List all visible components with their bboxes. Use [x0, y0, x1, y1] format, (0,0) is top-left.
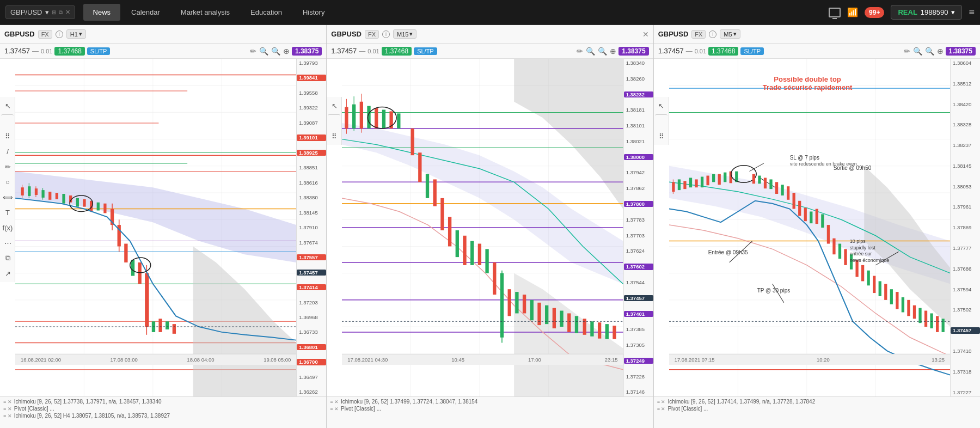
tool-dots[interactable]: ⠿ — [328, 130, 341, 143]
chart3-info-icon[interactable]: i — [709, 30, 716, 38]
time-label: 17:00 — [528, 357, 541, 363]
nav-icon-2: ⧉ — [59, 9, 63, 16]
tool-circle[interactable]: ○ — [1, 175, 14, 188]
price-tick: 1.38145 — [297, 210, 326, 216]
nav-item-news[interactable]: News — [83, 4, 121, 21]
svg-rect-41 — [62, 194, 65, 204]
tool-pencil[interactable]: ✏ — [1, 160, 14, 173]
price-tick: 1.39558 — [297, 90, 326, 96]
tool-more[interactable]: ⋯ — [1, 236, 14, 249]
svg-rect-127 — [567, 313, 571, 332]
tool-text[interactable]: T — [1, 206, 14, 219]
svg-rect-175 — [764, 178, 767, 188]
tool-fx[interactable]: f(x) — [1, 221, 14, 234]
nav-item-market-analysis[interactable]: Market analysis — [171, 4, 240, 21]
account-display[interactable]: REAL 1988590 ▾ — [891, 5, 962, 20]
account-chevron: ▾ — [951, 8, 955, 16]
hamburger-menu[interactable]: ≡ — [969, 7, 975, 18]
draw-icon[interactable]: ✏ — [577, 47, 583, 56]
tool-dots[interactable]: ⠿ — [1, 130, 14, 143]
svg-rect-109 — [441, 198, 444, 230]
crosshair-icon[interactable]: ⊕ — [937, 47, 944, 56]
svg-rect-114 — [478, 244, 481, 265]
svg-rect-157 — [672, 182, 675, 192]
price-tick: 1.37203 — [297, 299, 326, 305]
minus-icon: — — [686, 47, 693, 55]
legend-text-1: Ichimoku [9, 26, 52] 1.37414, 1.37499, n… — [667, 399, 815, 405]
zoom-in-icon[interactable]: 🔍 — [271, 47, 280, 56]
chart1-body: ↖ ⠿ / ✏ ○ ⟺ T f(x) ⋯ ⧉ ↗ — [0, 59, 326, 396]
chart2-svg — [342, 59, 623, 396]
crosshair-icon[interactable]: ⊕ — [610, 47, 616, 56]
zoom-out-icon[interactable]: 🔍 — [259, 47, 268, 56]
chart2-sltp[interactable]: SL/TP — [414, 47, 437, 55]
chart1-timeframe[interactable]: H1 ▾ — [66, 29, 86, 39]
svg-rect-193 — [867, 271, 869, 286]
svg-rect-196 — [884, 284, 887, 300]
svg-rect-204 — [930, 313, 933, 328]
legend-text-2: Pivot [Classic] ... — [14, 406, 54, 412]
close-icon[interactable]: ✕ — [65, 9, 70, 16]
notification-button[interactable]: 99+ — [865, 7, 884, 18]
chart2-info-icon[interactable]: i — [382, 30, 390, 38]
zoom-out-icon[interactable]: 🔍 — [913, 47, 922, 56]
legend-row-2: ≡ ✕ Pivot [Classic] ... — [657, 406, 977, 412]
tool-separator — [1, 114, 14, 127]
legend-row-1: ≡ ✕ Ichimoku [9, 26, 52] 1.37499, 1.3772… — [330, 399, 650, 405]
time-label: 10:45 — [451, 357, 464, 363]
svg-rect-44 — [83, 199, 85, 207]
price-tick-red: 1.38925 — [297, 150, 326, 156]
chart2-close[interactable]: ✕ — [642, 30, 649, 39]
nav-items: News Calendar Market analysis Education … — [83, 4, 829, 21]
draw-icon[interactable]: ✏ — [904, 47, 910, 56]
svg-rect-198 — [896, 292, 898, 309]
zoom-in-icon[interactable]: 🔍 — [598, 47, 607, 56]
chart-header-2: GBPUSD FX i M15 ▾ ✕ — [327, 25, 653, 44]
chart3-symbol: GBPUSD — [658, 30, 689, 38]
chart2-price-scale: 1.38340 1.38260 1.38232 1.38181 1.38101 … — [623, 59, 653, 396]
tool-cursor[interactable]: ↖ — [655, 99, 668, 112]
nav-item-education[interactable]: Education — [241, 4, 292, 21]
chart2-timeframe[interactable]: M15 ▾ — [393, 29, 416, 39]
crosshair-icon[interactable]: ⊕ — [283, 47, 290, 56]
nav-item-calendar[interactable]: Calendar — [121, 4, 170, 21]
zoom-in-icon[interactable]: 🔍 — [925, 47, 934, 56]
nav-item-history[interactable]: History — [293, 4, 334, 21]
nav-right: 📶 99+ REAL 1988590 ▾ ≡ — [829, 5, 975, 20]
price-tick: 1.39087 — [297, 120, 326, 126]
chevron-down-icon: ▾ — [45, 8, 49, 16]
tool-line[interactable]: / — [1, 145, 14, 158]
chart-header-1: GBPUSD FX i H1 ▾ — [0, 25, 326, 44]
tool-layers[interactable]: ⧉ — [1, 252, 14, 265]
svg-rect-205 — [936, 316, 939, 332]
svg-rect-165 — [712, 174, 715, 182]
price-tick-red: 1.36700 — [297, 359, 326, 365]
svg-rect-35 — [35, 188, 38, 195]
zoom-out-icon[interactable]: 🔍 — [586, 47, 595, 56]
svg-rect-187 — [832, 239, 835, 255]
draw-icon[interactable]: ✏ — [250, 47, 256, 56]
tool-dots[interactable]: ⠿ — [655, 130, 668, 143]
tool-measure[interactable]: ⟺ — [1, 191, 14, 204]
price-tick-red: 1.37557 — [297, 254, 326, 260]
legend-text-1: Ichimoku [9, 26, 52] 1.37499, 1.37724, 1… — [341, 399, 477, 405]
tool-cursor[interactable]: ↖ — [1, 99, 14, 112]
svg-rect-179 — [787, 186, 789, 200]
monitor-icon[interactable] — [829, 8, 841, 17]
chart1-info-icon[interactable]: i — [56, 30, 63, 38]
tool-share[interactable]: ↗ — [1, 267, 14, 280]
chart3-timeframe[interactable]: M5 ▾ — [720, 29, 740, 39]
time-label: 10:20 — [817, 357, 830, 363]
chart1-sltp[interactable]: SL/TP — [87, 47, 111, 55]
chart3-sltp[interactable]: SL/TP — [740, 47, 764, 55]
minus-icon: — — [32, 47, 39, 55]
chart1-time-axis: 16.08.2021 02:00 17.08 03:00 18.08 04:00… — [15, 354, 296, 365]
svg-rect-203 — [924, 311, 927, 327]
chart2-canvas — [342, 59, 623, 396]
svg-rect-132 — [605, 324, 609, 339]
pair-selector[interactable]: GBP/USD ▾ ⊞ ⧉ ✕ — [5, 5, 75, 19]
svg-rect-182 — [804, 208, 806, 222]
tool-cursor[interactable]: ↖ — [328, 99, 341, 112]
account-balance: 1988590 — [921, 8, 948, 16]
price-tick: 1.38380 — [297, 194, 326, 200]
